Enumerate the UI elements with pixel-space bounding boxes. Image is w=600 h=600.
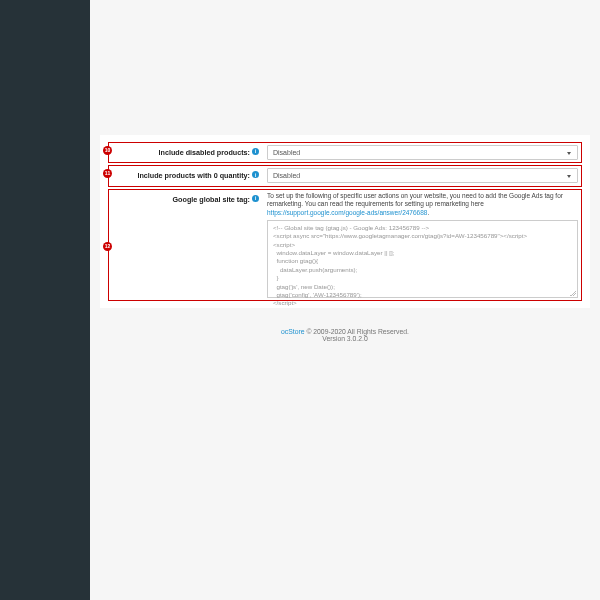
footer-version: Version 3.0.2.0: [90, 335, 600, 342]
step-badge-12: 12: [103, 242, 112, 251]
settings-panel: 10 Include disabled products: i Disabled…: [100, 135, 590, 308]
step-badge-10: 10: [103, 146, 112, 155]
footer: ocStore © 2009-2020 All Rights Reserved.…: [90, 308, 600, 362]
row-site-tag: 12 Google global site tag: i To set up t…: [108, 189, 582, 301]
row-include-disabled: 10 Include disabled products: i Disabled: [108, 142, 582, 163]
row-include-zero-qty: 11 Include products with 0 quantity: i D…: [108, 165, 582, 186]
main-content: 10 Include disabled products: i Disabled…: [90, 0, 600, 600]
label-site-tag: Google global site tag: i: [110, 191, 265, 299]
footer-brand-link[interactable]: ocStore: [281, 328, 304, 335]
select-include-disabled[interactable]: Disabled: [267, 145, 578, 160]
info-icon[interactable]: i: [252, 195, 259, 202]
info-icon[interactable]: i: [252, 171, 259, 178]
admin-sidebar: [0, 0, 90, 600]
help-link[interactable]: https://support.google.com/google-ads/an…: [267, 209, 427, 216]
site-tag-description: To set up the following of specific user…: [267, 192, 578, 218]
info-icon[interactable]: i: [252, 148, 259, 155]
site-tag-textarea[interactable]: <!-- Global site tag (gtag.js) - Google …: [267, 220, 578, 298]
select-include-zero[interactable]: Disabled: [267, 168, 578, 183]
label-include-disabled: Include disabled products: i: [110, 144, 265, 161]
label-include-zero: Include products with 0 quantity: i: [110, 167, 265, 184]
